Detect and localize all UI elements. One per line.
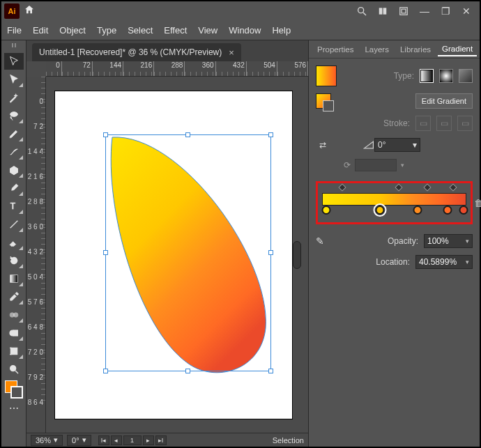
eyedropper-icon[interactable]: ✎: [316, 235, 324, 247]
zoom-tool[interactable]: [4, 361, 24, 378]
gradient-stop[interactable]: [413, 206, 422, 215]
direct-selection-tool[interactable]: [4, 71, 24, 88]
reverse-gradient-icon[interactable]: ⇄: [316, 140, 330, 150]
type-freeform-icon[interactable]: [459, 69, 473, 83]
type-linear-icon[interactable]: [420, 69, 434, 83]
menu-file[interactable]: File: [7, 25, 22, 36]
aspect-ratio-select[interactable]: [355, 159, 397, 171]
resize-handle[interactable]: [268, 132, 273, 137]
gradient-fill-tool[interactable]: [4, 270, 24, 287]
menu-edit[interactable]: Edit: [33, 25, 48, 36]
active-fill-stroke-swatch[interactable]: [316, 93, 331, 109]
gradient-stop[interactable]: [322, 206, 331, 215]
type-tool[interactable]: T: [4, 198, 24, 215]
canvas-wrap: 0 72 144 216 288 360 432 504 576 0 7 2 1…: [26, 61, 308, 447]
rotate-select[interactable]: 0°▾: [67, 435, 91, 446]
home-icon[interactable]: [24, 4, 35, 19]
gradient-midpoint[interactable]: [450, 183, 457, 191]
ruler-vertical[interactable]: 0 7 2 1 4 4 2 1 6 2 8 8 3 6 0 4 3 2 5 0 …: [26, 77, 46, 433]
paintbrush-tool[interactable]: [4, 180, 24, 196]
nav-last-icon[interactable]: ▸I: [155, 435, 167, 445]
stroke-across-icon[interactable]: ▭: [457, 116, 473, 131]
pen-tool[interactable]: [4, 125, 24, 142]
canvas[interactable]: [46, 77, 301, 433]
tab-gradient[interactable]: Gradient: [438, 43, 477, 56]
selection-tool[interactable]: [4, 53, 24, 70]
resize-handle[interactable]: [185, 132, 190, 137]
rectangle-tool[interactable]: [4, 162, 24, 178]
tab-layers[interactable]: Layers: [360, 43, 393, 56]
svg-rect-10: [10, 275, 17, 283]
minimize-icon[interactable]: —: [417, 3, 432, 19]
delete-stop-icon[interactable]: 🗑: [474, 198, 481, 208]
magic-wand-tool[interactable]: [4, 89, 24, 106]
eyedropper-tool[interactable]: [4, 288, 24, 305]
tab-properties[interactable]: Properties: [313, 43, 358, 56]
shape-builder-tool[interactable]: [4, 325, 24, 341]
artboard-index[interactable]: 1: [123, 435, 142, 445]
document-tab[interactable]: Untitled-1 [Recovered]* @ 36 % (CMYK/Pre…: [32, 43, 241, 61]
type-radial-icon[interactable]: [439, 69, 453, 83]
nav-next-icon[interactable]: ▸: [143, 435, 154, 445]
zoom-select[interactable]: 36%▾: [31, 435, 63, 446]
workspace: T ⋯ Untitled-1 [Recovered]* @ 36 % (CMYK…: [1, 40, 480, 447]
resize-handle[interactable]: [185, 369, 190, 373]
nav-first-icon[interactable]: I◂: [98, 435, 109, 445]
fill-stroke-swatch[interactable]: [5, 380, 23, 399]
title-bar: Ai — ❐ ✕: [1, 1, 480, 21]
search-icon[interactable]: [354, 3, 369, 19]
blend-tool[interactable]: [4, 307, 24, 323]
stroke-along-icon[interactable]: ▭: [436, 116, 452, 131]
line-segment-tool[interactable]: [4, 216, 24, 233]
menu-select[interactable]: Select: [128, 25, 153, 36]
arrange-docs-icon[interactable]: [375, 3, 390, 19]
selection-bounding-box[interactable]: [105, 134, 271, 371]
angle-select[interactable]: 0°▾: [374, 138, 420, 152]
document-area: Untitled-1 [Recovered]* @ 36 % (CMYK/Pre…: [26, 40, 308, 447]
opacity-field[interactable]: 100%▾: [424, 234, 473, 248]
tab-libraries[interactable]: Libraries: [396, 43, 435, 56]
resize-handle[interactable]: [103, 132, 108, 137]
ruler-horizontal[interactable]: 0 72 144 216 288 360 432 504 576: [46, 61, 308, 77]
menu-object[interactable]: Object: [59, 25, 86, 36]
vertical-scrollbar[interactable]: [293, 241, 301, 269]
menu-type[interactable]: Type: [97, 25, 116, 36]
eraser-tool[interactable]: [4, 234, 24, 251]
resize-handle[interactable]: [268, 250, 273, 255]
rotate-tool[interactable]: [4, 252, 24, 269]
panel-grip[interactable]: [3, 43, 24, 49]
menu-window[interactable]: Window: [229, 25, 261, 36]
curvature-tool[interactable]: [4, 144, 24, 160]
ruler-v-tick: 2 8 8: [26, 177, 45, 202]
gradient-strip[interactable]: [322, 193, 466, 206]
svg-point-12: [13, 313, 18, 318]
resize-handle[interactable]: [103, 250, 108, 255]
gradient-stop[interactable]: [459, 206, 468, 215]
lasso-tool[interactable]: [4, 107, 24, 124]
gradient-stop[interactable]: [443, 206, 452, 215]
gradient-midpoint[interactable]: [423, 183, 431, 191]
close-icon[interactable]: ✕: [459, 3, 474, 19]
gradient-stop[interactable]: [375, 206, 384, 215]
artboard[interactable]: [55, 91, 292, 419]
nav-prev-icon[interactable]: ◂: [111, 435, 122, 445]
stroke-within-icon[interactable]: ▭: [415, 116, 431, 131]
resize-handle[interactable]: [103, 369, 108, 373]
screen-mode-icon[interactable]: [396, 3, 411, 19]
menu-view[interactable]: View: [198, 25, 217, 36]
resize-handle[interactable]: [268, 369, 273, 373]
artboard-tool[interactable]: [4, 343, 24, 360]
location-field[interactable]: 40.5899%▾: [415, 255, 473, 269]
ruler-h-tick: 216: [123, 61, 154, 76]
restore-icon[interactable]: ❐: [438, 3, 453, 19]
gradient-midpoint[interactable]: [395, 183, 402, 191]
ruler-h-tick: 432: [216, 61, 247, 76]
ruler-v-tick: 5 7 6: [26, 277, 45, 302]
edit-toolbar[interactable]: ⋯: [4, 400, 24, 417]
gradient-midpoint[interactable]: [338, 183, 346, 191]
close-tab-icon[interactable]: ×: [229, 47, 234, 58]
edit-gradient-button[interactable]: Edit Gradient: [415, 93, 473, 109]
menu-effect[interactable]: Effect: [164, 25, 187, 36]
gradient-preview-swatch[interactable]: [316, 65, 337, 86]
menu-help[interactable]: Help: [272, 25, 291, 36]
